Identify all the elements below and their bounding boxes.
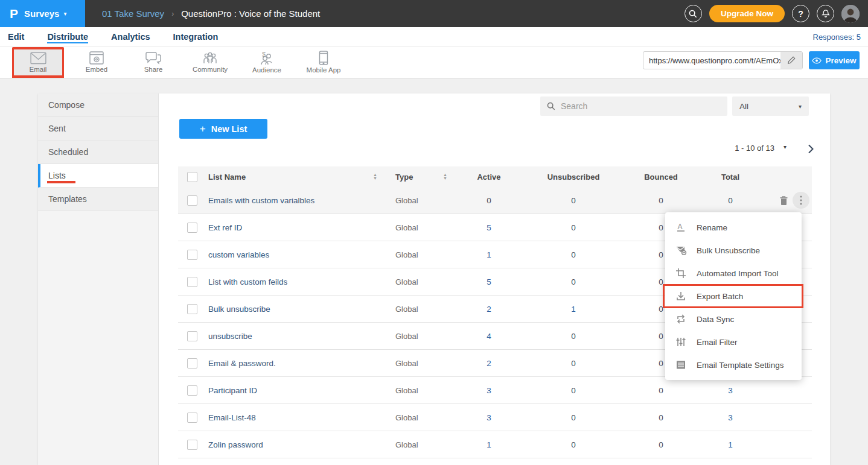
menu-item-rename[interactable]: A Rename	[665, 216, 802, 239]
active-count[interactable]: 5	[456, 277, 522, 286]
preview-button[interactable]: Preview	[809, 51, 860, 69]
tab-analytics[interactable]: Analytics	[111, 27, 150, 46]
list-name-link[interactable]: Zolin password	[208, 440, 263, 449]
total-count[interactable]: 3	[697, 413, 764, 422]
row-checkbox[interactable]	[187, 331, 197, 341]
row-checkbox[interactable]	[187, 304, 197, 314]
menu-item-automated-import-tool[interactable]: Automated Import Tool	[665, 262, 802, 285]
unsubscribed-count[interactable]: 0	[522, 413, 625, 422]
edit-url-button[interactable]	[780, 52, 802, 69]
toolbar-item-email[interactable]: Email	[12, 47, 64, 77]
active-count[interactable]: 0	[456, 196, 522, 205]
sort-icon[interactable]: ▲▼	[443, 173, 447, 180]
active-count[interactable]: 4	[456, 332, 522, 341]
col-header-type[interactable]: Type	[395, 172, 413, 182]
list-name-link[interactable]: Email & password.	[208, 359, 276, 368]
bounced-count[interactable]: 0	[625, 386, 697, 395]
menu-item-bulk-unsubscribe[interactable]: Bulk Unsubscribe	[665, 239, 802, 262]
upgrade-now-button[interactable]: Upgrade Now	[709, 5, 785, 22]
bounced-count[interactable]: 0	[625, 440, 697, 449]
list-name-link[interactable]: Ext ref ID	[208, 223, 242, 232]
row-checkbox[interactable]	[187, 413, 197, 423]
tab-integration[interactable]: Integration	[173, 27, 219, 46]
list-name-link[interactable]: Participant ID	[208, 386, 257, 395]
unsubscribed-count[interactable]: 0	[522, 196, 625, 205]
unsubscribed-count[interactable]: 1	[522, 305, 625, 314]
bounced-count[interactable]: 0	[625, 413, 697, 422]
row-menu-button[interactable]	[793, 192, 809, 209]
unsubscribed-count[interactable]: 0	[522, 250, 625, 259]
total-count[interactable]: 1	[697, 440, 764, 449]
col-header-bounced[interactable]: Bounced	[625, 172, 697, 182]
tab-edit[interactable]: Edit	[8, 27, 24, 46]
total-count[interactable]: 0	[697, 196, 764, 205]
pagination-range[interactable]: 1 - 10 of 13	[735, 144, 774, 153]
notifications-button[interactable]	[817, 5, 834, 22]
pagination-caret-icon[interactable]: ▾	[783, 144, 787, 150]
col-header-list-name[interactable]: List Name	[208, 172, 246, 182]
search-input[interactable]	[561, 101, 712, 111]
next-page-button[interactable]	[803, 142, 818, 156]
search-button[interactable]	[685, 5, 702, 22]
menu-item-email-template-settings[interactable]: Email Template Settings	[665, 353, 802, 376]
user-avatar[interactable]	[841, 5, 860, 23]
row-checkbox[interactable]	[187, 385, 197, 396]
menu-item-email-filter[interactable]: Email Filter	[665, 331, 802, 353]
unsubscribed-count[interactable]: 0	[522, 223, 625, 232]
unsubscribed-count[interactable]: 0	[522, 359, 625, 368]
row-checkbox[interactable]	[187, 223, 197, 233]
list-filter-dropdown[interactable]: All ▾	[732, 96, 809, 116]
toolbar-item-community[interactable]: Community	[186, 47, 234, 77]
toolbar-item-embed[interactable]: Embed	[72, 47, 121, 77]
row-checkbox[interactable]	[187, 195, 197, 206]
new-list-button[interactable]: + New List	[179, 119, 267, 139]
toolbar-item-mobile-app[interactable]: Mobile App	[299, 47, 348, 77]
unsubscribed-count[interactable]: 0	[522, 440, 625, 449]
active-count[interactable]: 5	[456, 223, 522, 232]
product-switcher[interactable]: P Surveys ▾	[0, 0, 85, 27]
menu-item-data-sync[interactable]: Data Sync	[665, 308, 802, 331]
col-header-unsubscribed[interactable]: Unsubscribed	[522, 172, 625, 182]
list-name-link[interactable]: List with custom feilds	[208, 277, 287, 286]
list-search[interactable]	[540, 96, 727, 116]
active-count[interactable]: 3	[456, 413, 522, 422]
active-count[interactable]: 3	[456, 386, 522, 395]
unsubscribed-count[interactable]: 0	[522, 386, 625, 395]
sidebar-item-scheduled[interactable]: Scheduled	[38, 141, 158, 164]
list-name-link[interactable]: Email-List-48	[208, 413, 256, 422]
sidebar-item-compose[interactable]: Compose	[38, 93, 158, 117]
menu-item-export-batch[interactable]: Export Batch	[665, 285, 802, 308]
row-checkbox[interactable]	[187, 440, 197, 450]
list-name-link[interactable]: Bulk unsubscribe	[208, 305, 270, 314]
list-name-link[interactable]: custom variables	[208, 250, 269, 259]
list-name-link[interactable]: unsubscribe	[208, 332, 252, 341]
col-header-total[interactable]: Total	[697, 172, 764, 182]
row-checkbox[interactable]	[187, 250, 197, 260]
active-count[interactable]: 2	[456, 305, 522, 314]
unsubscribed-count[interactable]: 0	[522, 332, 625, 341]
col-header-active[interactable]: Active	[456, 172, 522, 182]
active-count[interactable]: 1	[456, 250, 522, 259]
survey-url-text[interactable]: https://www.questionpro.com/t/AEmOx2	[643, 56, 780, 65]
responses-count[interactable]: Responses: 5	[813, 33, 868, 42]
sidebar-item-templates[interactable]: Templates	[38, 188, 158, 211]
select-all-checkbox[interactable]	[187, 172, 197, 182]
bounced-count[interactable]: 0	[625, 196, 697, 205]
active-count[interactable]: 1	[456, 440, 522, 449]
row-checkbox[interactable]	[187, 277, 197, 287]
toolbar-item-share[interactable]: Share	[129, 47, 177, 77]
sidebar-item-lists[interactable]: Lists	[38, 164, 158, 188]
unsubscribed-count[interactable]: 0	[522, 277, 625, 286]
row-checkbox[interactable]	[187, 358, 197, 369]
sort-icon[interactable]: ▲▼	[373, 173, 377, 180]
breadcrumb-survey-link[interactable]: 01 Take Survey	[102, 8, 164, 19]
active-count[interactable]: 2	[456, 359, 522, 368]
toolbar-item-audience[interactable]: $ Audience	[243, 47, 291, 77]
tab-distribute[interactable]: Distribute	[47, 27, 88, 46]
total-count[interactable]: 3	[697, 386, 764, 395]
help-button[interactable]: ?	[792, 5, 809, 22]
sidebar-item-sent[interactable]: Sent	[38, 117, 158, 141]
list-name-link[interactable]: Emails with custom varialbles	[208, 196, 314, 205]
survey-url-field[interactable]: https://www.questionpro.com/t/AEmOx2	[643, 51, 803, 69]
delete-list-button[interactable]	[779, 195, 788, 206]
